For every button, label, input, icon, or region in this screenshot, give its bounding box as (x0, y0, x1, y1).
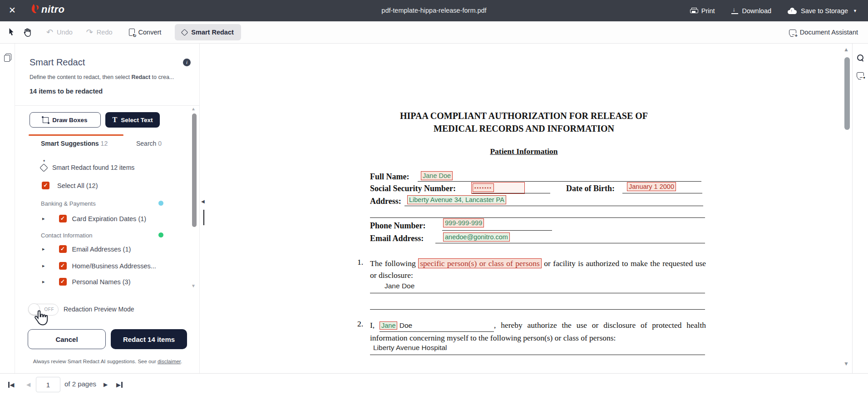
text-tool-icon: T (113, 116, 118, 124)
category-label[interactable]: Home/Business Addresses... (72, 262, 156, 270)
cloud-upload-icon: ↑ (788, 8, 797, 14)
select-cursor-tool[interactable] (8, 28, 15, 37)
nitro-logo: nitro (30, 4, 64, 15)
print-icon (690, 8, 697, 14)
redaction-highlight-email[interactable]: anedoe@gonitro.com (443, 232, 510, 242)
redaction-highlight-address[interactable]: Liberty Avenue 34, Lancaster PA (407, 195, 506, 204)
expand-icon[interactable]: ▸ (42, 246, 45, 252)
expand-icon[interactable]: ▸ (42, 263, 45, 269)
left-icon-rail (0, 44, 15, 373)
category-row-email-addresses: ▸ ✓ Email Addresses (1) (42, 245, 131, 253)
redaction-highlight-persons[interactable]: specific person(s) or class of persons (418, 258, 542, 268)
divider (15, 105, 200, 106)
smart-redact-tool-active[interactable]: Smart Redact (175, 24, 241, 40)
nitro-pdf-app: ✕ nitro pdf-template-hippa-release-form.… (0, 0, 868, 395)
draw-boxes-button[interactable]: Draw Boxes (30, 112, 101, 128)
info-icon[interactable]: i (183, 59, 191, 66)
redaction-highlight-ssn[interactable]: ▪▪▪▪▪▪▪ (473, 183, 494, 192)
close-icon[interactable]: ✕ (7, 5, 18, 16)
personal-names-checkbox[interactable]: ✓ (59, 278, 67, 286)
mouse-hand-cursor (34, 310, 48, 328)
blank-line (370, 208, 705, 218)
items-count: 14 items to be redacted (30, 88, 103, 95)
smart-redact-panel: Smart Redact i Define the content to red… (15, 44, 200, 373)
panel-scroll-down-icon[interactable]: ▼ (191, 283, 196, 288)
cancel-button[interactable]: Cancel (28, 329, 106, 349)
top-bar: ✕ nitro pdf-template-hippa-release-form.… (0, 0, 868, 21)
select-text-button[interactable]: T Select Text (105, 112, 160, 128)
pages-panel-icon[interactable] (4, 54, 11, 62)
disclaimer-link[interactable]: disclaimer (158, 359, 181, 364)
item2-blank-line: Jane Doe (380, 319, 494, 332)
redaction-highlight-phone[interactable]: 999-999-999 (443, 218, 484, 227)
full-name-line (418, 172, 701, 182)
last-page-button[interactable]: ▶ (116, 374, 123, 395)
category-label[interactable]: Email Addresses (1) (72, 246, 131, 253)
panel-collapse-icon[interactable]: ◀ (201, 199, 205, 204)
ssn-label: Social Security Number: (370, 184, 456, 193)
banking-color-dot (158, 201, 163, 206)
next-page-button[interactable]: ▶ (104, 374, 108, 395)
redo-button[interactable]: ↷ Redo (86, 29, 113, 36)
first-page-button[interactable]: ◀ (8, 374, 15, 395)
category-label[interactable]: Card Expiration Dates (1) (72, 215, 147, 222)
expand-icon[interactable]: ▸ (42, 216, 45, 222)
eraser-icon (181, 29, 188, 36)
status-bar: ◀ ◀ of 2 pages ▶ ▶ − + 152% ▼ (0, 373, 868, 395)
email-addresses-checkbox[interactable]: ✓ (59, 245, 67, 253)
home-business-checkbox[interactable]: ✓ (59, 262, 67, 270)
document-assistant-button[interactable]: Document Assistant (789, 29, 858, 36)
address-label: Address: (370, 197, 401, 206)
select-all-row: ✓ Select All (12) (42, 182, 98, 189)
save-to-storage-button[interactable]: ↑ Save to Storage ▼ (788, 7, 857, 15)
page-number-input[interactable] (36, 377, 60, 392)
tab-smart-suggestions[interactable]: Smart Suggestions12 (41, 140, 108, 147)
undo-icon: ↶ (46, 29, 53, 35)
panel-title: Smart Redact (30, 57, 85, 68)
comment-sparkle-icon[interactable] (857, 72, 864, 78)
redaction-highlight-full-name[interactable]: Jane Doe (421, 171, 453, 180)
category-row-personal-names: ▸ ✓ Personal Names (3) (42, 278, 130, 286)
tab-search[interactable]: Search0 (136, 140, 162, 147)
list-number-1: 1. (357, 257, 363, 267)
group-label-contact: Contact Information (41, 232, 92, 239)
hand-icon (23, 28, 31, 37)
panel-scroll-up-icon[interactable]: ▲ (191, 106, 196, 111)
redact-items-button[interactable]: Redact 14 items (111, 329, 187, 349)
previous-page-button[interactable]: ◀ (26, 374, 30, 395)
redaction-highlight-dob[interactable]: January 1 2000 (627, 182, 676, 191)
dob-label: Date of Birth: (566, 184, 615, 193)
convert-button[interactable]: Convert (129, 29, 162, 36)
item1-line2 (370, 300, 705, 310)
panel-subtitle: Define the content to redact, then selec… (30, 74, 188, 80)
group-label-banking: Banking & Payments (41, 200, 96, 207)
download-button[interactable]: Download (731, 7, 772, 15)
full-name-label: Full Name: (370, 172, 409, 182)
download-icon (731, 7, 738, 14)
page-count-label: of 2 pages (64, 380, 96, 388)
item1-line (370, 284, 705, 293)
redaction-preview-label: Redaction Preview Mode (64, 306, 134, 313)
email-label: Email Address: (370, 234, 424, 243)
document-scroll-up-icon[interactable]: ▲ (843, 46, 849, 53)
panel-scrollbar-thumb[interactable] (192, 114, 197, 227)
hand-pan-tool[interactable] (23, 28, 31, 37)
select-all-label[interactable]: Select All (12) (57, 182, 98, 189)
search-icon[interactable] (857, 54, 863, 60)
smart-redact-sparkle-icon (39, 163, 48, 172)
expand-icon[interactable]: ▸ (42, 279, 45, 285)
brand-name: nitro (41, 4, 64, 15)
section-heading: Patient Information (356, 147, 691, 156)
redaction-highlight-jane[interactable]: Jane (380, 321, 397, 330)
select-all-checkbox[interactable]: ✓ (42, 182, 49, 189)
card-expiration-checkbox[interactable]: ✓ (59, 215, 67, 222)
print-button[interactable]: Print (690, 7, 715, 15)
chevron-down-icon: ▼ (853, 9, 857, 13)
category-label[interactable]: Personal Names (3) (72, 278, 131, 286)
undo-button[interactable]: ↶ Undo (46, 29, 73, 36)
chat-plus-icon (789, 30, 796, 35)
ai-disclaimer: Always review Smart Redact AI suggestion… (21, 359, 194, 364)
right-icon-rail (852, 44, 868, 373)
document-scrollbar-thumb[interactable] (844, 57, 850, 130)
document-scroll-down-icon[interactable]: ▼ (843, 360, 849, 367)
